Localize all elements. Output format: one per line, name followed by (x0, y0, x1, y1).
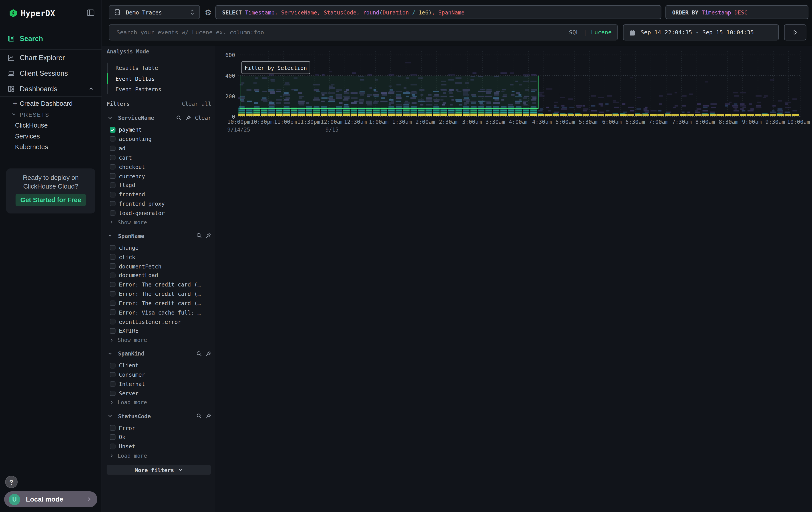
sidebar-item-client-sessions[interactable]: Client Sessions (0, 65, 102, 81)
checkbox-icon[interactable] (110, 136, 115, 141)
checkbox-icon[interactable] (110, 164, 115, 169)
orderby-clause-input[interactable]: ORDER BY Timestamp DESC (665, 5, 808, 19)
pin-icon[interactable] (206, 233, 211, 239)
filter-checkbox-row-server[interactable]: Server (102, 389, 215, 398)
filter-checkbox-row-cart[interactable]: cart (102, 153, 215, 162)
account-pill[interactable]: U Local mode (4, 491, 97, 507)
filter-group-clear-button[interactable]: Clear (195, 115, 211, 121)
checkbox-icon[interactable] (110, 300, 115, 306)
checkbox-icon[interactable] (110, 145, 115, 151)
filter-checkbox-row-accounting[interactable]: accounting (102, 134, 215, 144)
checkbox-icon[interactable] (110, 425, 115, 431)
filter-checkbox-row-ok[interactable]: Ok (102, 433, 215, 442)
checkbox-icon[interactable] (110, 210, 115, 216)
checkbox-icon[interactable] (110, 173, 115, 179)
language-lucene-option[interactable]: Lucene (591, 29, 612, 36)
get-started-button[interactable]: Get Started for Free (16, 194, 86, 206)
analysis-mode-option-results-table[interactable]: Results Table (102, 63, 215, 73)
chevron-down-icon[interactable] (108, 234, 112, 238)
filter-checkbox-row-consumer[interactable]: Consumer (102, 370, 215, 380)
filter-by-selection-tooltip[interactable]: Filter by Selection (241, 61, 310, 74)
filter-checkbox-row-documentload[interactable]: documentLoad (102, 271, 215, 280)
clear-all-button[interactable]: Clear all (182, 101, 211, 107)
sidebar-item-dashboards[interactable]: Dashboards (0, 81, 102, 97)
help-button[interactable]: ? (5, 476, 18, 488)
filter-group-show-more-button[interactable]: Show more (102, 217, 215, 226)
filter-checkbox-row-error-the-credit-card[interactable]: Error: The credit card (… (102, 289, 215, 298)
filter-checkbox-row-frontend-proxy[interactable]: frontend-proxy (102, 199, 215, 208)
gear-icon[interactable]: ⚙ (203, 6, 213, 19)
chevron-down-icon[interactable] (108, 413, 112, 418)
checkbox-icon[interactable] (110, 291, 115, 297)
filter-checkbox-row-currency[interactable]: currency (102, 171, 215, 181)
pin-icon[interactable] (206, 351, 211, 357)
analysis-mode-option-event-deltas[interactable]: Event Deltas (102, 73, 215, 84)
filter-checkbox-row-error-the-credit-card[interactable]: Error: The credit card (… (102, 298, 215, 308)
search-icon[interactable] (196, 233, 202, 239)
checkbox-icon[interactable] (110, 201, 115, 206)
checkbox-icon[interactable] (110, 381, 115, 387)
filter-checkbox-row-change[interactable]: change (102, 243, 215, 252)
checkbox-icon[interactable] (110, 372, 115, 377)
run-query-button[interactable] (784, 24, 806, 40)
preset-item-services[interactable]: Services (0, 131, 102, 141)
filter-group-load-more-button[interactable]: Load more (102, 451, 215, 460)
sidebar-item-chart-explorer[interactable]: Chart Explorer (0, 50, 102, 65)
preset-item-kubernetes[interactable]: Kubernetes (0, 141, 102, 153)
checkbox-icon[interactable] (110, 192, 115, 197)
checkbox-icon[interactable] (110, 273, 115, 278)
sidebar-item-search[interactable]: Search (0, 31, 102, 46)
checkbox-icon[interactable] (110, 328, 115, 333)
filter-checkbox-row-click[interactable]: click (102, 252, 215, 262)
chart-selection-rect[interactable] (240, 76, 539, 109)
filter-checkbox-row-ad[interactable]: ad (102, 143, 215, 153)
create-dashboard-button[interactable]: + Create Dashboard (0, 98, 102, 109)
analysis-mode-option-event-patterns[interactable]: Event Patterns (102, 84, 215, 95)
search-icon[interactable] (176, 115, 182, 121)
filter-checkbox-row-error-visa-cache-full[interactable]: Error: Visa cache full: … (102, 308, 215, 317)
time-range-picker[interactable]: Sep 14 22:04:35 - Sep 15 10:04:35 (623, 24, 779, 40)
filter-checkbox-row-unset[interactable]: Unset (102, 442, 215, 451)
checkbox-icon[interactable] (110, 319, 115, 324)
select-clause-input[interactable]: SELECT Timestamp, ServiceName, StatusCod… (215, 5, 661, 19)
checkbox-icon[interactable] (110, 309, 115, 315)
filter-group-show-more-button[interactable]: Show more (102, 335, 215, 345)
more-filters-button[interactable]: More filters (107, 465, 211, 475)
filter-checkbox-row-eventlistener-error[interactable]: eventListener.error (102, 317, 215, 326)
checkbox-icon[interactable] (110, 263, 115, 269)
checkbox-icon[interactable] (110, 444, 115, 449)
checkbox-icon[interactable] (110, 155, 115, 160)
filter-checkbox-row-flagd[interactable]: flagd (102, 181, 215, 190)
language-sql-option[interactable]: SQL (569, 29, 579, 36)
search-icon[interactable] (196, 351, 202, 357)
search-input[interactable] (115, 28, 569, 36)
preset-item-clickhouse[interactable]: ClickHouse (0, 120, 102, 131)
sidebar-collapse-icon[interactable] (86, 9, 95, 17)
pin-icon[interactable] (206, 413, 211, 419)
search-icon[interactable] (196, 413, 202, 419)
pin-icon[interactable] (186, 115, 192, 121)
filter-checkbox-row-payment[interactable]: payment (102, 125, 215, 134)
checkbox-icon[interactable] (110, 390, 115, 396)
chevron-down-icon[interactable] (108, 115, 112, 120)
presets-toggle[interactable]: PRESETS (0, 109, 102, 120)
checkbox-icon[interactable] (110, 245, 115, 250)
filter-checkbox-row-error[interactable]: Error (102, 423, 215, 433)
checkbox-icon[interactable] (110, 183, 115, 188)
checkbox-icon[interactable] (110, 434, 115, 440)
filter-checkbox-row-internal[interactable]: Internal (102, 379, 215, 389)
chevron-down-icon[interactable] (108, 351, 112, 356)
filter-group-load-more-button[interactable]: Load more (102, 398, 215, 407)
filter-checkbox-row-client[interactable]: Client (102, 361, 215, 370)
filter-checkbox-row-expire[interactable]: EXPIRE (102, 326, 215, 335)
filter-checkbox-row-load-generator[interactable]: load-generator (102, 208, 215, 218)
source-select[interactable]: Demo Traces (109, 5, 200, 19)
checkbox-icon[interactable] (110, 254, 115, 260)
filter-checkbox-row-frontend[interactable]: frontend (102, 190, 215, 199)
filter-checkbox-row-documentfetch[interactable]: documentFetch (102, 262, 215, 271)
checkbox-icon[interactable] (110, 282, 115, 287)
filter-checkbox-row-checkout[interactable]: checkout (102, 162, 215, 171)
checkbox-icon[interactable] (110, 363, 115, 368)
checkbox-checked-icon[interactable] (110, 127, 115, 132)
filter-checkbox-row-error-the-credit-card[interactable]: Error: The credit card (… (102, 280, 215, 289)
